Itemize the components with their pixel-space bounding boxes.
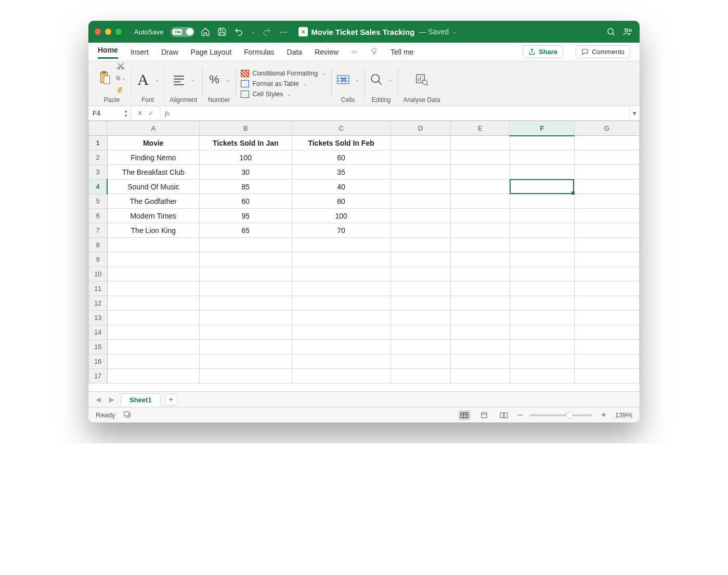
row-header-7[interactable]: 7 <box>89 223 108 238</box>
accessibility-icon[interactable] <box>123 410 131 420</box>
cell-C8[interactable] <box>292 238 391 252</box>
col-header-G[interactable]: G <box>574 121 639 136</box>
cell-B4[interactable]: 85 <box>200 180 292 194</box>
cell-C13[interactable] <box>292 311 391 325</box>
cell-E17[interactable] <box>450 369 510 384</box>
cell-G1[interactable] <box>574 136 639 150</box>
select-all-corner[interactable] <box>89 121 108 136</box>
cell-E1[interactable] <box>450 136 510 150</box>
col-header-E[interactable]: E <box>450 121 510 136</box>
cell-A15[interactable] <box>107 340 200 354</box>
cell-F5[interactable] <box>510 194 574 209</box>
title-dropdown-icon[interactable]: ⌄ <box>453 29 457 34</box>
cell-A9[interactable] <box>107 252 200 267</box>
cell-F13[interactable] <box>510 311 574 325</box>
undo-icon[interactable] <box>233 26 244 37</box>
tab-data[interactable]: Data <box>287 48 303 56</box>
cell-E12[interactable] <box>450 296 510 311</box>
cell-B11[interactable] <box>200 282 292 296</box>
cell-D5[interactable] <box>391 194 450 209</box>
cell-C11[interactable] <box>292 282 391 296</box>
cell-F8[interactable] <box>510 238 574 252</box>
cell-D7[interactable] <box>391 223 450 238</box>
cell-A4[interactable]: Sound Of Music <box>107 180 200 194</box>
cell-E14[interactable] <box>450 325 510 340</box>
row-header-5[interactable]: 5 <box>89 194 108 209</box>
cell-B8[interactable] <box>200 238 292 252</box>
zoom-out-button[interactable]: − <box>517 411 522 420</box>
cell-G7[interactable] <box>574 223 639 238</box>
cell-F1[interactable] <box>510 136 574 150</box>
alignment-dropdown-icon[interactable]: ⌄ <box>191 77 195 82</box>
cell-D17[interactable] <box>391 369 450 384</box>
cell-A8[interactable] <box>107 238 200 252</box>
name-box-stepper[interactable]: ▲▼ <box>122 107 129 119</box>
cell-E10[interactable] <box>450 267 510 282</box>
cell-B17[interactable] <box>200 369 292 384</box>
cell-G9[interactable] <box>574 252 639 267</box>
cell-D3[interactable] <box>391 165 450 180</box>
cell-G15[interactable] <box>574 340 639 354</box>
cell-B10[interactable] <box>200 267 292 282</box>
cell-E11[interactable] <box>450 282 510 296</box>
cell-B3[interactable]: 30 <box>200 165 292 180</box>
cell-B5[interactable]: 60 <box>200 194 292 209</box>
row-header-15[interactable]: 15 <box>89 340 108 354</box>
redo-icon[interactable] <box>261 26 272 37</box>
cell-E16[interactable] <box>450 354 510 369</box>
tab-review[interactable]: Review <box>315 48 339 56</box>
enter-formula-icon[interactable]: ✓ <box>148 109 154 117</box>
cell-E15[interactable] <box>450 340 510 354</box>
cell-C17[interactable] <box>292 369 391 384</box>
tab-insert[interactable]: Insert <box>131 48 149 56</box>
row-header-10[interactable]: 10 <box>89 267 108 282</box>
col-header-F[interactable]: F <box>510 121 574 136</box>
cell-E13[interactable] <box>450 311 510 325</box>
cell-A16[interactable] <box>107 354 200 369</box>
cell-G12[interactable] <box>574 296 639 311</box>
cell-B6[interactable]: 95 <box>200 209 292 223</box>
cell-A14[interactable] <box>107 325 200 340</box>
tell-me[interactable]: Tell me <box>391 48 413 56</box>
view-page-break-icon[interactable] <box>498 410 510 420</box>
paste-icon[interactable] <box>98 71 111 85</box>
col-header-D[interactable]: D <box>391 121 450 136</box>
zoom-in-button[interactable]: ＋ <box>600 410 608 420</box>
cell-D2[interactable] <box>391 150 450 165</box>
cell-C9[interactable] <box>292 252 391 267</box>
row-header-12[interactable]: 12 <box>89 296 108 311</box>
zoom-level[interactable]: 139% <box>615 411 632 419</box>
cell-D8[interactable] <box>391 238 450 252</box>
share-button[interactable]: Share <box>523 45 563 58</box>
cell-E2[interactable] <box>450 150 510 165</box>
cell-styles-button[interactable]: Cell Styles⌄ <box>241 90 326 98</box>
cell-A7[interactable]: The Lion King <box>107 223 200 238</box>
cell-D9[interactable] <box>391 252 450 267</box>
cell-A10[interactable] <box>107 267 200 282</box>
cell-D13[interactable] <box>391 311 450 325</box>
share-presence-icon[interactable] <box>622 26 633 37</box>
cell-A11[interactable] <box>107 282 200 296</box>
cell-G6[interactable] <box>574 209 639 223</box>
cell-B16[interactable] <box>200 354 292 369</box>
cell-D4[interactable] <box>391 180 450 194</box>
row-header-14[interactable]: 14 <box>89 325 108 340</box>
cell-F15[interactable] <box>510 340 574 354</box>
row-header-16[interactable]: 16 <box>89 354 108 369</box>
cell-D1[interactable] <box>391 136 450 150</box>
col-header-A[interactable]: A <box>107 121 200 136</box>
home-icon[interactable] <box>200 26 211 37</box>
cell-C14[interactable] <box>292 325 391 340</box>
tabs-overflow-icon[interactable]: ≫ <box>351 48 358 56</box>
cell-C5[interactable]: 80 <box>292 194 391 209</box>
cell-E9[interactable] <box>450 252 510 267</box>
cell-C2[interactable]: 60 <box>292 150 391 165</box>
cell-F11[interactable] <box>510 282 574 296</box>
tab-formulas[interactable]: Formulas <box>244 48 274 56</box>
cell-C3[interactable]: 35 <box>292 165 391 180</box>
formula-expand-icon[interactable]: ▾ <box>629 106 640 120</box>
row-header-6[interactable]: 6 <box>89 209 108 223</box>
cell-F3[interactable] <box>510 165 574 180</box>
tab-page-layout[interactable]: Page Layout <box>191 48 232 56</box>
cell-B13[interactable] <box>200 311 292 325</box>
